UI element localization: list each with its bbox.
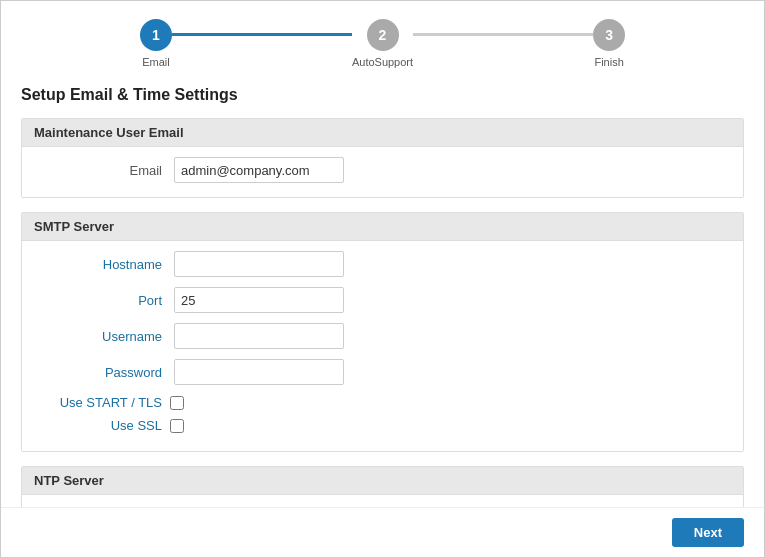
- ntp-section: NTP Server Host Name or IP Address:: [21, 466, 744, 507]
- step-1: 1 Email: [140, 19, 172, 68]
- step-line-2: [413, 33, 593, 36]
- content-area: Setup Email & Time Settings Maintenance …: [1, 76, 764, 507]
- email-input[interactable]: [174, 157, 344, 183]
- hostname-label: Hostname: [42, 257, 162, 272]
- username-label: Username: [42, 329, 162, 344]
- stepper: 1 Email 2 AutoSupport 3 Finish: [1, 1, 764, 76]
- ntp-section-header: NTP Server: [22, 467, 743, 495]
- footer: Next: [1, 507, 764, 557]
- step-2: 2 AutoSupport: [352, 19, 413, 68]
- username-row: Username: [42, 323, 723, 349]
- maintenance-section-body: Email: [22, 147, 743, 197]
- port-label: Port: [42, 293, 162, 308]
- page-wrapper: 1 Email 2 AutoSupport 3 Finish Setup Ema…: [0, 0, 765, 558]
- step-2-label: AutoSupport: [352, 56, 413, 68]
- starttls-row: Use START / TLS: [42, 395, 723, 410]
- maintenance-section: Maintenance User Email Email: [21, 118, 744, 198]
- starttls-label: Use START / TLS: [42, 395, 162, 410]
- smtp-section-header: SMTP Server: [22, 213, 743, 241]
- hostname-input[interactable]: [174, 251, 344, 277]
- password-row: Password: [42, 359, 723, 385]
- port-input[interactable]: [174, 287, 344, 313]
- starttls-checkbox[interactable]: [170, 396, 184, 410]
- step-line-1: [172, 33, 352, 36]
- step-3-label: Finish: [594, 56, 623, 68]
- page-title: Setup Email & Time Settings: [21, 86, 744, 104]
- ssl-checkbox[interactable]: [170, 419, 184, 433]
- port-row: Port: [42, 287, 723, 313]
- email-label: Email: [42, 163, 162, 178]
- next-button[interactable]: Next: [672, 518, 744, 547]
- ntp-section-body: Host Name or IP Address:: [22, 495, 743, 507]
- step-3-circle: 3: [593, 19, 625, 51]
- email-row: Email: [42, 157, 723, 183]
- step-2-circle: 2: [367, 19, 399, 51]
- ssl-row: Use SSL: [42, 418, 723, 433]
- hostname-row: Hostname: [42, 251, 723, 277]
- smtp-section-body: Hostname Port Username Password Use STAR…: [22, 241, 743, 451]
- ssl-label: Use SSL: [42, 418, 162, 433]
- step-3: 3 Finish: [593, 19, 625, 68]
- maintenance-section-header: Maintenance User Email: [22, 119, 743, 147]
- password-input[interactable]: [174, 359, 344, 385]
- step-1-label: Email: [142, 56, 170, 68]
- password-label: Password: [42, 365, 162, 380]
- username-input[interactable]: [174, 323, 344, 349]
- step-1-circle: 1: [140, 19, 172, 51]
- smtp-section: SMTP Server Hostname Port Username Passw…: [21, 212, 744, 452]
